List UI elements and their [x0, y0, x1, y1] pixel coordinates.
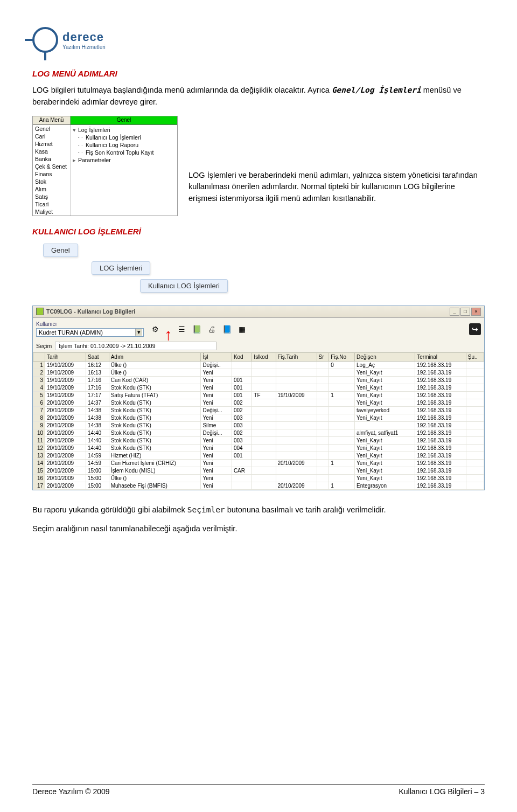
sidebar-item[interactable]: Finans	[33, 170, 70, 178]
list-icon[interactable]: ☰	[176, 323, 187, 335]
table-row[interactable]: 620/10/200914:37Stok Kodu (STK)Yeni002Ye…	[33, 399, 484, 406]
user-label: Kullanıcı	[36, 321, 144, 327]
crumb-log: LOG İşlemleri	[92, 261, 150, 275]
gear-icon[interactable]: ⚙	[149, 323, 161, 335]
heading-user-log: KULLANICI LOG İŞLEMLERİ	[32, 227, 485, 236]
logo-main: derece	[62, 30, 106, 44]
closing-p1: Bu raporu yukarıda görüldüğü gibi alabil…	[32, 504, 485, 516]
table-row[interactable]: 219/10/200916:13Ülke ()YeniYeni_Kayıt192…	[33, 369, 484, 376]
table-row[interactable]: 1020/10/200914:40Stok Kodu (STK)Değişi..…	[33, 429, 484, 436]
menu-screenshot: Ana Menü Genel Genel Cari Hizmet Kasa Ba…	[32, 116, 178, 216]
closing-p1c: butonuna basılmalı ve tarih aralığı veri…	[225, 505, 386, 514]
secim-value[interactable]: İşlem Tarihi: 01.10.2009 -> 21.10.2009	[55, 342, 216, 350]
crumb-user-log: Kullanıcı LOG İşlemleri	[140, 279, 228, 293]
red-arrow-icon: ↑	[164, 325, 172, 344]
sidebar-item[interactable]: Kasa	[33, 148, 70, 155]
sidebar-item[interactable]: Satış	[33, 193, 70, 200]
closing-p2: Seçim aralığının nasıl tanımlanabileceği…	[32, 523, 485, 535]
user-combo[interactable]: Kudret TURAN (ADMIN)	[36, 328, 144, 337]
heading-log-menu: LOG MENÜ ADIMLARI	[32, 69, 485, 78]
sidebar-item[interactable]: Genel	[33, 125, 70, 133]
logo-sub: Yazılım Hizmetleri	[62, 44, 106, 50]
minimize-icon[interactable]: _	[450, 308, 459, 316]
table-row[interactable]: 319/10/200917:16Cari Kod (CAR)Yeni001Yen…	[33, 376, 484, 384]
grid-col-header[interactable]: Sr	[317, 352, 329, 361]
table-row[interactable]: 519/10/200917:17Satış Fatura (TFAT)Yeni0…	[33, 391, 484, 399]
excel-icon[interactable]: ▦	[236, 323, 248, 335]
table-row[interactable]: 1120/10/200914:40Stok Kodu (STK)Yeni003Y…	[33, 436, 484, 444]
table-row[interactable]: 1520/10/200915:00İşlem Kodu (MISL)YeniCA…	[33, 467, 484, 474]
grid-col-header[interactable]: Tarih	[45, 352, 86, 361]
sidebar-item[interactable]: Banka	[33, 155, 70, 163]
table-row[interactable]: 1420/10/200914:59Cari Hizmet İşlemi (CRH…	[33, 459, 484, 467]
sidebar-item[interactable]: Maliyet	[33, 208, 70, 216]
tree-root2[interactable]: ▸Parametreler	[73, 156, 175, 164]
grid-col-header[interactable]: İşl	[201, 352, 232, 361]
grid-col-header[interactable]: Değişen	[355, 352, 415, 361]
print-icon[interactable]: 🖨	[206, 323, 218, 335]
side-paragraph: LOG İşlemleri ve beraberindeki menü adım…	[188, 116, 485, 205]
window-title: TC09LOG - Kullanıcı Log Bilgileri	[46, 308, 450, 315]
menu-header-mid: Genel	[71, 116, 177, 124]
exit-icon[interactable]: ↪	[469, 323, 481, 335]
tree-child[interactable]: Kullanıcı Log Raporu	[73, 141, 175, 149]
sidebar-item[interactable]: Hizmet	[33, 140, 70, 148]
grid-col-header[interactable]	[33, 352, 45, 361]
footer-left: Derece Yazılım © 2009	[32, 787, 110, 796]
sidebar-item[interactable]: Çek & Senet	[33, 163, 70, 170]
menu-sidebar: Genel Cari Hizmet Kasa Banka Çek & Senet…	[33, 125, 71, 216]
closing-p1a: Bu raporu yukarıda görüldüğü gibi alabil…	[32, 505, 187, 514]
grid-col-header[interactable]: Adım	[109, 352, 201, 361]
secim-label: Seçim	[36, 343, 52, 349]
app-icon	[36, 308, 44, 315]
book-icon[interactable]: 📗	[191, 323, 202, 335]
grid-col-header[interactable]: Islkod	[252, 352, 276, 361]
maximize-icon[interactable]: □	[460, 308, 470, 316]
menu-header-left: Ana Menü	[33, 116, 71, 124]
grid-col-header[interactable]: Kod	[232, 352, 251, 361]
table-row[interactable]: 119/10/200916:12Ülke ()Değişi..0Log_Aç19…	[33, 361, 484, 369]
sidebar-item[interactable]: Alım	[33, 185, 70, 193]
grid-col-header[interactable]: Saat	[86, 352, 109, 361]
intro-paragraph: LOG bilgileri tutulmaya başlandığında me…	[32, 85, 485, 108]
crumb-genel: Genel	[43, 244, 78, 257]
tree-root[interactable]: ▾Log İşlemleri	[73, 126, 175, 134]
log-window: TC09LOG - Kullanıcı Log Bilgileri _ □ × …	[32, 306, 485, 490]
tree-child[interactable]: Kullanıcı Log İşlemleri	[73, 134, 175, 141]
table-row[interactable]: 720/10/200914:38Stok Kodu (STK)Değişi...…	[33, 406, 484, 414]
logo: derece Yazılım Hizmetleri	[32, 27, 485, 53]
table-row[interactable]: 1220/10/200914:40Stok Kodu (STK)Yeni004Y…	[33, 444, 484, 452]
table-row[interactable]: 1620/10/200915:00Ülke ()YeniYeni_Kayıt19…	[33, 474, 484, 482]
table-row[interactable]: 820/10/200914:38Stok Kodu (STK)Yeni003Ye…	[33, 414, 484, 421]
breadcrumb: Genel LOG İşlemleri Kullanıcı LOG İşleml…	[43, 244, 485, 293]
grid-col-header[interactable]: Terminal	[415, 352, 466, 361]
grid-col-header[interactable]: Fiş.No	[329, 352, 355, 361]
sidebar-item[interactable]: Ticari	[33, 200, 70, 208]
grid-col-header[interactable]: Şu..	[466, 352, 484, 361]
tree-child[interactable]: Fiş Son Kontrol Toplu Kayıt	[73, 149, 175, 156]
sidebar-item[interactable]: Stok	[33, 178, 70, 185]
titlebar: TC09LOG - Kullanıcı Log Bilgileri _ □ ×	[33, 306, 484, 318]
footer-right: Kullanıcı LOG Bilgileri – 3	[399, 787, 485, 796]
table-row[interactable]: 419/10/200917:16Stok Kodu (STK)Yeni001Ye…	[33, 384, 484, 391]
log-grid: TarihSaatAdımİşlKodIslkodFiş.TarihSrFiş.…	[33, 352, 484, 490]
page-footer: Derece Yazılım © 2009 Kullanıcı LOG Bilg…	[32, 785, 485, 796]
sidebar-item[interactable]: Cari	[33, 133, 70, 140]
guide-icon[interactable]: 📘	[221, 323, 233, 335]
table-row[interactable]: 1720/10/200915:00Muhasebe Fişi (BMFIS)Ye…	[33, 482, 484, 489]
intro-a: LOG bilgileri tutulmaya başlandığında me…	[32, 86, 332, 94]
menu-tree: ▾Log İşlemleri Kullanıcı Log İşlemleri K…	[71, 125, 177, 216]
close-icon[interactable]: ×	[471, 308, 481, 316]
logo-icon	[32, 27, 58, 53]
intro-b: Genel/Log İşlemleri	[332, 86, 421, 94]
grid-col-header[interactable]: Fiş.Tarih	[276, 352, 317, 361]
table-row[interactable]: 1320/10/200914:59Hizmet (HIZ)Yeni001Yeni…	[33, 452, 484, 459]
closing-p1b: Seçimler	[187, 505, 225, 514]
table-row[interactable]: 920/10/200914:38Stok Kodu (STK)Silme0031…	[33, 421, 484, 429]
